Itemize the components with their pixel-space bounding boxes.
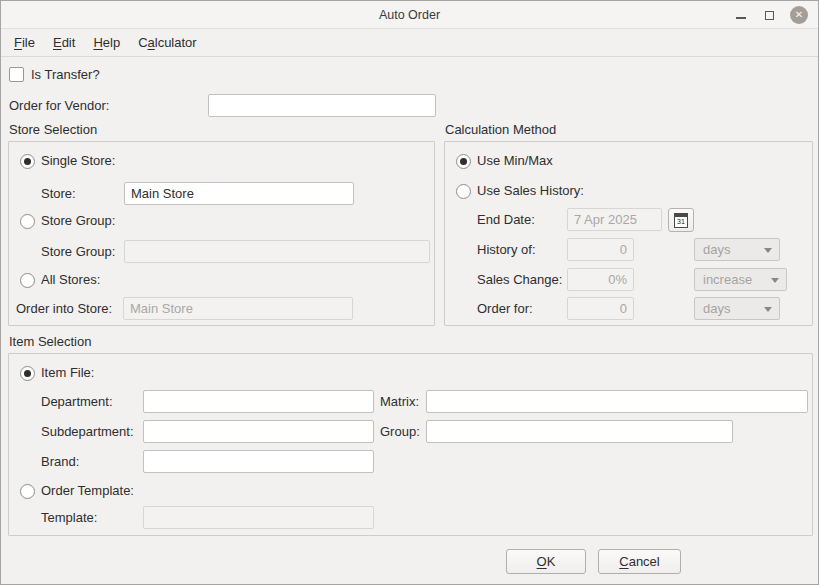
sales-change-direction-dropdown[interactable]: increase [694, 268, 787, 291]
order-into-store-input [123, 297, 353, 320]
store-group-label: Store Group: [41, 240, 115, 263]
single-store-label: Single Store: [41, 153, 115, 169]
auto-order-window: Auto Order ✕ File Edit Help Calculator I… [0, 0, 819, 585]
all-stores-label: All Stores: [41, 272, 100, 288]
history-of-input [567, 238, 634, 261]
sales-change-input [567, 268, 634, 291]
calculation-method-group: Use Min/Max Use Sales History: End Date:… [444, 141, 813, 326]
history-of-label: History of: [477, 238, 536, 261]
is-transfer-label: Is Transfer? [31, 67, 100, 83]
template-input [143, 506, 374, 529]
menu-edit[interactable]: Edit [44, 29, 84, 57]
minimize-button[interactable] [732, 7, 749, 24]
end-date-label: End Date: [477, 208, 535, 231]
store-label: Store: [41, 182, 76, 205]
use-sales-history-radio[interactable] [456, 184, 471, 199]
use-min-max-radio[interactable] [456, 154, 471, 169]
store-selection-group: Single Store: Store: Store Group: Store … [8, 141, 435, 326]
store-group-radio-label: Store Group: [41, 213, 115, 229]
history-of-unit-dropdown[interactable]: days [694, 238, 780, 261]
maximize-icon [765, 11, 774, 20]
maximize-button[interactable] [761, 7, 778, 24]
subdepartment-label: Subdepartment: [41, 420, 134, 443]
menu-calculator[interactable]: Calculator [129, 29, 206, 57]
calendar-icon: 31 [674, 213, 688, 228]
subdepartment-input[interactable] [143, 420, 374, 443]
cancel-button[interactable]: Cancel [598, 549, 681, 574]
close-button[interactable]: ✕ [790, 6, 808, 24]
group-input[interactable] [426, 420, 733, 443]
calendar-button[interactable]: 31 [668, 208, 694, 232]
department-input[interactable] [143, 390, 374, 413]
sales-change-label: Sales Change: [477, 268, 562, 291]
order-for-input [567, 297, 634, 320]
window-title: Auto Order [379, 8, 440, 22]
store-input[interactable] [124, 182, 354, 205]
menubar: File Edit Help Calculator [1, 29, 818, 57]
brand-label: Brand: [41, 450, 79, 473]
order-for-unit-dropdown[interactable]: days [694, 297, 780, 320]
menu-help[interactable]: Help [84, 29, 129, 57]
matrix-input[interactable] [426, 390, 808, 413]
use-min-max-label: Use Min/Max [477, 153, 553, 169]
item-file-radio[interactable] [20, 366, 35, 381]
store-selection-title: Store Selection [9, 122, 97, 138]
template-label: Template: [41, 506, 97, 529]
calculation-method-title: Calculation Method [445, 122, 556, 138]
ok-button[interactable]: OK [506, 549, 586, 574]
order-template-label: Order Template: [41, 483, 134, 499]
is-transfer-checkbox[interactable] [9, 67, 24, 82]
store-group-radio[interactable] [20, 214, 35, 229]
menu-file[interactable]: File [5, 29, 44, 57]
order-template-radio[interactable] [20, 484, 35, 499]
vendor-input[interactable] [208, 94, 436, 117]
group-label: Group: [380, 420, 420, 443]
chevron-down-icon [771, 278, 779, 283]
item-file-label: Item File: [41, 365, 94, 381]
item-selection-title: Item Selection [9, 334, 91, 350]
titlebar: Auto Order ✕ [1, 1, 818, 29]
brand-input[interactable] [143, 450, 374, 473]
vendor-label: Order for Vendor: [9, 94, 109, 117]
single-store-radio[interactable] [20, 154, 35, 169]
department-label: Department: [41, 390, 113, 413]
chevron-down-icon [764, 307, 772, 312]
order-into-store-label: Order into Store: [16, 297, 112, 320]
all-stores-radio[interactable] [20, 273, 35, 288]
use-sales-history-label: Use Sales History: [477, 183, 584, 199]
window-controls: ✕ [732, 1, 808, 29]
order-for-label: Order for: [477, 297, 533, 320]
store-group-input [124, 240, 430, 263]
close-icon: ✕ [795, 6, 803, 24]
minimize-icon [736, 17, 746, 19]
end-date-input [567, 208, 662, 231]
matrix-label: Matrix: [380, 390, 419, 413]
chevron-down-icon [764, 248, 772, 253]
item-selection-group: Item File: Department: Matrix: Subdepart… [8, 353, 813, 536]
